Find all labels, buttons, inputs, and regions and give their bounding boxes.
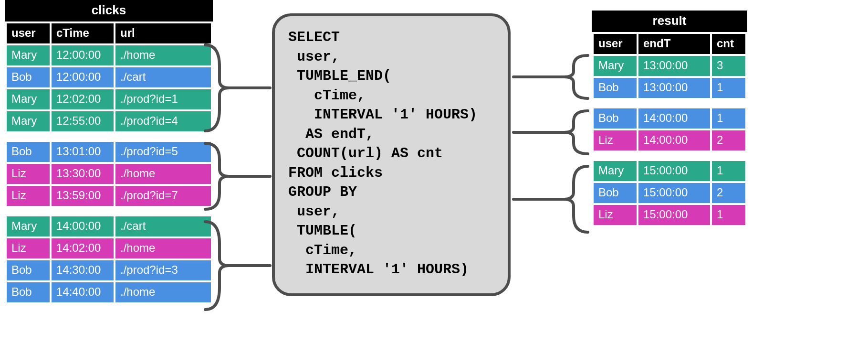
table-row: Bob14:00:001: [594, 108, 745, 129]
diagram-stage: clicks user cTime url Mary12:00:00./home…: [0, 0, 868, 354]
cell: 1: [712, 161, 745, 181]
cell: Mary: [7, 216, 50, 236]
cell: 14:02:00: [52, 238, 114, 258]
cell: 2: [712, 130, 745, 150]
cell: ./prod?id=3: [115, 260, 211, 280]
cell: ./prod?id=5: [115, 142, 211, 162]
cell: Liz: [7, 238, 50, 258]
table-row: Mary13:00:003: [594, 56, 745, 76]
cell: 12:55:00: [52, 111, 114, 131]
table-row: Bob14:30:00./prod?id=3: [7, 260, 211, 280]
cell: 15:00:00: [638, 161, 710, 181]
cell: ./home: [115, 45, 211, 65]
cell: Bob: [594, 183, 637, 203]
cell: ./home: [115, 282, 211, 302]
cell: Bob: [7, 282, 50, 302]
result-col-cnt: cnt: [712, 34, 745, 54]
cell: 1: [712, 205, 745, 225]
cell: ./prod?id=4: [115, 111, 211, 131]
cell: Mary: [7, 45, 50, 65]
cell: Mary: [594, 161, 637, 181]
cell: 14:00:00: [52, 216, 114, 236]
cell: 14:40:00: [52, 282, 114, 302]
sql-code: SELECT user, TUMBLE_END( cTime, INTERVAL…: [288, 28, 496, 279]
brace-right-3: [564, 166, 588, 232]
cell: 13:59:00: [52, 186, 114, 206]
cell: 13:01:00: [52, 142, 114, 162]
cell: 12:02:00: [52, 89, 114, 109]
cell: Mary: [7, 89, 50, 109]
cell: Liz: [7, 164, 50, 184]
table-row: Liz13:30:00./home: [7, 164, 211, 184]
cell: Bob: [7, 67, 50, 87]
table-row: Liz15:00:001: [594, 205, 745, 225]
cell: 2: [712, 183, 745, 203]
table-row: Mary12:02:00./prod?id=1: [7, 89, 211, 109]
cell: ./cart: [115, 216, 211, 236]
brace-right-2: [564, 111, 588, 154]
cell: ./home: [115, 164, 211, 184]
cell: Bob: [594, 78, 637, 98]
cell: 1: [712, 108, 745, 129]
table-row: Bob13:01:00./prod?id=5: [7, 142, 211, 162]
cell: 15:00:00: [638, 205, 710, 225]
sql-box: SELECT user, TUMBLE_END( cTime, INTERVAL…: [272, 13, 511, 296]
cell: Mary: [594, 56, 637, 76]
cell: 12:00:00: [52, 67, 114, 87]
cell: 14:30:00: [52, 260, 114, 280]
result-table: result user endT cnt Mary13:00:003Bob13:…: [592, 11, 747, 227]
cell: 12:00:00: [52, 45, 114, 65]
cell: ./prod?id=7: [115, 186, 211, 206]
cell: Liz: [594, 130, 637, 150]
table-row: Bob13:00:001: [594, 78, 745, 98]
cell: Bob: [594, 108, 637, 129]
table-row: Mary14:00:00./cart: [7, 216, 211, 236]
group-gap: [7, 208, 211, 215]
table-row: Liz13:59:00./prod?id=7: [7, 186, 211, 206]
clicks-col-url: url: [115, 23, 211, 43]
table-row: Liz14:00:002: [594, 130, 745, 150]
cell: 1: [712, 78, 745, 98]
result-col-user: user: [594, 34, 637, 54]
group-gap: [594, 100, 745, 107]
cell: 14:00:00: [638, 130, 710, 150]
table-row: Mary12:55:00./prod?id=4: [7, 111, 211, 131]
cell: Liz: [7, 186, 50, 206]
cell: 13:00:00: [638, 56, 710, 76]
cell: Bob: [7, 260, 50, 280]
group-gap: [594, 152, 745, 159]
cell: 15:00:00: [638, 183, 710, 203]
clicks-col-user: user: [7, 23, 50, 43]
result-title: result: [592, 11, 747, 32]
brace-right-1: [564, 55, 588, 98]
group-gap: [7, 133, 211, 140]
table-row: Mary15:00:001: [594, 161, 745, 181]
cell: Liz: [594, 205, 637, 225]
table-row: Bob14:40:00./home: [7, 282, 211, 302]
clicks-title: clicks: [5, 0, 213, 21]
cell: 13:30:00: [52, 164, 114, 184]
cell: 3: [712, 56, 745, 76]
cell: Mary: [7, 111, 50, 131]
cell: ./prod?id=1: [115, 89, 211, 109]
cell: 14:00:00: [638, 108, 710, 129]
cell: ./home: [115, 238, 211, 258]
clicks-table: clicks user cTime url Mary12:00:00./home…: [5, 0, 213, 304]
cell: Bob: [7, 142, 50, 162]
result-col-endt: endT: [638, 34, 710, 54]
cell: ./cart: [115, 67, 211, 87]
table-row: Liz14:02:00./home: [7, 238, 211, 258]
clicks-col-ctime: cTime: [52, 23, 114, 43]
table-row: Bob15:00:002: [594, 183, 745, 203]
table-row: Bob12:00:00./cart: [7, 67, 211, 87]
cell: 13:00:00: [638, 78, 710, 98]
table-row: Mary12:00:00./home: [7, 45, 211, 65]
